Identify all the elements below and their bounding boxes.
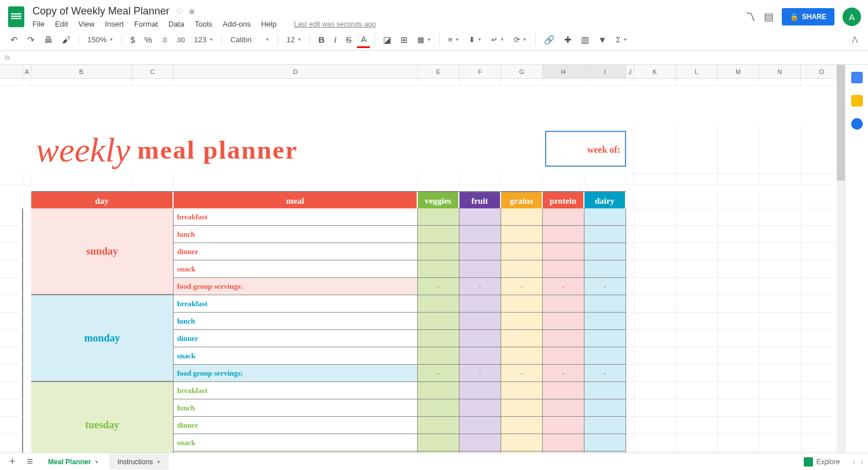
food-cell[interactable] bbox=[418, 226, 459, 243]
menu-addons[interactable]: Add-ons bbox=[223, 20, 251, 28]
meal-label-cell[interactable]: dinner bbox=[174, 330, 418, 347]
food-cell[interactable] bbox=[418, 330, 459, 347]
food-cell[interactable] bbox=[501, 399, 543, 417]
food-cell[interactable] bbox=[543, 330, 584, 347]
food-cell[interactable] bbox=[459, 313, 501, 330]
food-cell[interactable]: - bbox=[584, 278, 626, 295]
meal-label-cell[interactable]: breakfast bbox=[174, 208, 418, 226]
activity-icon[interactable]: 〽 bbox=[745, 11, 756, 23]
col-header[interactable]: C bbox=[132, 65, 174, 79]
zoom-dropdown[interactable]: 150%▼ bbox=[84, 33, 117, 46]
day-cell[interactable]: tuesday bbox=[31, 382, 174, 453]
food-cell[interactable] bbox=[418, 417, 459, 434]
print-icon[interactable]: 🖶 bbox=[41, 32, 56, 47]
fill-color-icon[interactable]: ◪ bbox=[380, 32, 395, 47]
food-cell[interactable]: - bbox=[543, 365, 584, 382]
comment-icon[interactable]: ✚ bbox=[561, 32, 575, 47]
food-cell[interactable] bbox=[584, 208, 626, 226]
decrease-decimals-icon[interactable]: .0 bbox=[158, 34, 170, 46]
menu-format[interactable]: Format bbox=[134, 20, 158, 28]
increase-decimals-icon[interactable]: .00 bbox=[172, 34, 188, 46]
col-header[interactable]: L bbox=[676, 65, 718, 79]
meal-label-cell[interactable]: snack bbox=[174, 434, 418, 451]
food-cell[interactable] bbox=[584, 243, 626, 260]
undo-icon[interactable]: ↶ bbox=[7, 32, 21, 47]
food-cell[interactable] bbox=[459, 399, 501, 417]
col-header[interactable]: H bbox=[543, 65, 584, 79]
explore-button[interactable]: Explore bbox=[799, 455, 845, 469]
select-all-corner[interactable] bbox=[0, 65, 23, 79]
col-header[interactable]: N bbox=[759, 65, 801, 79]
folder-icon[interactable]: ■ bbox=[189, 6, 195, 17]
strikethrough-icon[interactable]: S bbox=[342, 32, 355, 47]
food-cell[interactable] bbox=[543, 434, 584, 451]
col-header[interactable]: A bbox=[23, 65, 31, 79]
menu-file[interactable]: File bbox=[32, 20, 45, 28]
meal-label-cell[interactable]: food group servings: bbox=[174, 278, 418, 295]
food-cell[interactable] bbox=[459, 208, 501, 226]
meal-label-cell[interactable]: lunch bbox=[174, 313, 418, 330]
food-cell[interactable] bbox=[418, 434, 459, 451]
document-title[interactable]: Copy of Weekly Meal Planner bbox=[32, 5, 170, 17]
meal-label-cell[interactable]: snack bbox=[174, 347, 418, 365]
edit-status[interactable]: Last edit was seconds ago bbox=[294, 20, 376, 28]
font-dropdown[interactable]: Calibri▼ bbox=[227, 33, 273, 46]
food-cell[interactable] bbox=[501, 260, 543, 278]
menu-data[interactable]: Data bbox=[168, 20, 184, 28]
food-cell[interactable] bbox=[418, 399, 459, 417]
day-cell[interactable]: monday bbox=[31, 295, 174, 382]
all-sheets-button[interactable]: ≡ bbox=[23, 453, 38, 470]
filter-icon[interactable]: ▼ bbox=[595, 32, 610, 47]
borders-icon[interactable]: ⊞ bbox=[397, 32, 411, 47]
food-cell[interactable] bbox=[501, 417, 543, 434]
meal-label-cell[interactable]: dinner bbox=[174, 243, 418, 260]
tab-meal-planner[interactable]: Meal Planner▼ bbox=[40, 454, 107, 469]
valign-dropdown[interactable]: ⬍▼ bbox=[465, 33, 486, 46]
col-header[interactable]: F bbox=[459, 65, 501, 79]
halign-dropdown[interactable]: ≡▼ bbox=[444, 33, 463, 46]
food-cell[interactable] bbox=[543, 208, 584, 226]
meal-label-cell[interactable]: lunch bbox=[174, 226, 418, 243]
app-logo[interactable] bbox=[5, 5, 28, 28]
food-cell[interactable] bbox=[418, 260, 459, 278]
food-cell[interactable] bbox=[501, 434, 543, 451]
food-cell[interactable] bbox=[543, 226, 584, 243]
food-cell[interactable] bbox=[543, 417, 584, 434]
menu-view[interactable]: View bbox=[78, 20, 94, 28]
food-cell[interactable] bbox=[418, 295, 459, 313]
menu-help[interactable]: Help bbox=[261, 20, 277, 28]
food-cell[interactable] bbox=[584, 226, 626, 243]
keep-icon[interactable] bbox=[851, 95, 863, 107]
menu-tools[interactable]: Tools bbox=[194, 20, 212, 28]
more-formats-dropdown[interactable]: 123▼ bbox=[190, 33, 217, 46]
star-icon[interactable]: ☆ bbox=[175, 6, 183, 17]
food-cell[interactable]: - bbox=[584, 365, 626, 382]
food-cell[interactable] bbox=[418, 243, 459, 260]
menu-insert[interactable]: Insert bbox=[105, 20, 124, 28]
sheet-area[interactable]: ABCDEFGHIJKLMNOP12 weekly meal planner w… bbox=[0, 65, 845, 453]
food-cell[interactable] bbox=[418, 347, 459, 365]
meal-label-cell[interactable]: lunch bbox=[174, 399, 418, 417]
food-cell[interactable] bbox=[418, 208, 459, 226]
food-cell[interactable] bbox=[543, 399, 584, 417]
link-icon[interactable]: 🔗 bbox=[540, 32, 558, 47]
food-cell[interactable] bbox=[584, 330, 626, 347]
italic-icon[interactable]: I bbox=[330, 32, 340, 47]
food-cell[interactable] bbox=[501, 347, 543, 365]
menu-edit[interactable]: Edit bbox=[55, 20, 68, 28]
food-cell[interactable] bbox=[459, 295, 501, 313]
redo-icon[interactable]: ↷ bbox=[24, 32, 38, 47]
col-header[interactable]: J bbox=[626, 65, 634, 79]
meal-label-cell[interactable]: breakfast bbox=[174, 382, 418, 399]
meal-label-cell[interactable]: dinner bbox=[174, 417, 418, 434]
food-cell[interactable] bbox=[459, 260, 501, 278]
food-cell[interactable] bbox=[459, 434, 501, 451]
food-cell[interactable] bbox=[501, 208, 543, 226]
food-cell[interactable] bbox=[418, 382, 459, 399]
food-cell[interactable] bbox=[501, 226, 543, 243]
functions-dropdown[interactable]: Σ▼ bbox=[612, 33, 631, 46]
percent-icon[interactable]: % bbox=[141, 32, 156, 47]
meal-label-cell[interactable]: breakfast bbox=[174, 295, 418, 313]
food-cell[interactable] bbox=[584, 295, 626, 313]
formula-input[interactable] bbox=[28, 54, 863, 62]
